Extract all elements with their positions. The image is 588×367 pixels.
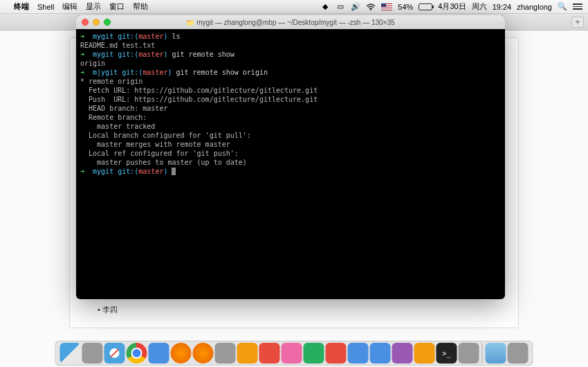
prompt-dir: m|ygit [93,69,122,76]
battery-pct: 54% [398,3,413,11]
prompt-arrow-icon: ➜ [80,51,93,58]
terminal-titlebar[interactable]: 📁 mygit — zhanglong@mbp — ~/Desktop/mygi… [76,15,505,29]
prompt-git-close: ) [167,69,176,76]
dock-finder-icon[interactable] [60,343,81,364]
terminal-line: origin [80,59,501,68]
dock-separator [482,343,483,363]
terminal-line: master merges with remote master [80,140,501,149]
wifi-icon[interactable] [366,2,376,12]
terminal-line: ➜ mygit git:(master) [80,167,501,176]
airplay-icon[interactable]: ▭ [336,2,345,12]
menu-window[interactable]: 窗口 [109,1,125,12]
status-icon-1[interactable]: ◆ [320,2,330,12]
dock-firefox-dev-icon[interactable] [193,343,214,364]
prompt-branch: master [138,168,163,175]
terminal-line: master tracked [80,122,501,131]
terminal-line: ➜ mygit git:(master) git remote show [80,50,501,59]
terminal-line: * remote origin [80,77,501,86]
prompt-branch: master [138,33,163,40]
dock-terminal-icon[interactable] [437,343,457,364]
dock-safari-icon[interactable] [104,343,125,364]
dock-preferences-icon[interactable] [459,343,479,364]
dock-app-store-icon[interactable] [149,343,169,364]
dock-vscode-icon[interactable] [370,343,391,364]
prompt-git: git:( [118,33,138,40]
prompt-git-close: ) [163,33,172,40]
terminal-line: Local branch configured for 'git pull': [80,131,501,140]
time: 19:24 [493,3,512,11]
menu-help[interactable]: 帮助 [133,1,148,12]
terminal-line: ➜ m|ygit git:(master) git remote show or… [80,68,501,77]
prompt-git: git:( [118,168,138,175]
prompt-git: git:( [122,69,143,76]
prompt-dir: mygit [93,51,118,58]
prompt-arrow-icon: ➜ [80,33,93,40]
prompt-command: ls [172,33,180,40]
date[interactable]: 4月30日 [438,1,466,12]
prompt-branch: master [138,51,163,58]
terminal-line: Remote branch: [80,113,501,122]
dock-qq-icon[interactable] [326,343,347,364]
prompt-git: git:( [118,51,138,58]
dock-launchpad-icon[interactable] [82,343,103,364]
dock-music-icon[interactable] [282,343,302,364]
folder-icon: 📁 [186,19,194,26]
terminal-title: 📁 mygit — zhanglong@mbp — ~/Desktop/mygi… [76,19,505,26]
menu-shell[interactable]: Shell [37,3,54,11]
terminal-line: README.md test.txt [80,41,501,50]
minimize-button[interactable] [93,19,100,26]
terminal-body[interactable]: ➜ mygit git:(master) lsREADME.md test.tx… [76,29,505,179]
prompt-arrow-icon: ➜ [80,69,93,76]
dock-trash-icon[interactable] [508,343,529,364]
prompt-arrow-icon: ➜ [80,168,93,175]
terminal-line: ➜ mygit git:(master) ls [80,32,501,41]
cursor [172,168,176,175]
dock-notes-icon[interactable] [237,343,258,364]
prompt-branch: master [143,69,167,76]
prompt-dir: mygit [93,33,118,40]
input-source-flag-icon[interactable] [381,3,392,10]
maximize-button[interactable] [104,19,111,26]
dock-chrome-icon[interactable] [127,343,147,364]
terminal-window[interactable]: 📁 mygit — zhanglong@mbp — ~/Desktop/mygi… [76,15,505,299]
terminal-line: Push URL: https://github.com/gitlecture/… [80,95,501,104]
list-item: • 李四 [98,305,118,315]
dock-skype-icon[interactable] [348,343,369,364]
menu-view[interactable]: 显示 [86,1,101,12]
terminal-line: master pushes to master (up to date) [80,158,501,167]
spotlight-icon[interactable]: 🔍 [558,2,567,12]
new-tab-button[interactable]: + [571,17,584,28]
terminal-line: HEAD branch: master [80,104,501,113]
prompt-git-close: ) [163,51,172,58]
dock-intellij-icon[interactable] [392,343,413,364]
prompt-command: git remote show origin [176,69,268,76]
close-button[interactable] [82,19,89,26]
prompt-git-close: ) [163,168,172,175]
menu-edit[interactable]: 编辑 [62,1,77,12]
day: 周六 [472,1,487,12]
bullet-icon: • [98,305,100,314]
dock-sublime-icon[interactable] [414,343,435,364]
svg-point-0 [370,9,371,10]
volume-icon[interactable]: 🔊 [351,2,360,12]
battery-icon[interactable] [419,3,432,10]
prompt-command: git remote show [172,51,234,58]
notification-center-icon[interactable] [573,3,582,10]
list-item-label: 李四 [102,305,118,314]
terminal-line: Local ref configured for 'git push': [80,149,501,158]
dock-folder-icon[interactable] [486,343,506,364]
dock-calendar-icon[interactable] [259,343,280,364]
terminal-title-text: mygit — zhanglong@mbp — ~/Desktop/mygit … [196,19,394,26]
dock-firefox-icon[interactable] [171,343,192,364]
active-app[interactable]: 终端 [14,1,29,12]
prompt-dir: mygit [93,168,118,175]
terminal-line: Fetch URL: https://github.com/gitlecture… [80,86,501,95]
dock [55,341,533,366]
dock-wechat-icon[interactable] [304,343,324,364]
menubar: 终端 Shell 编辑 显示 窗口 帮助 ◆ ▭ 🔊 54% 4月30日 周六 … [0,0,588,14]
dock-mail-icon[interactable] [215,343,236,364]
user[interactable]: zhanglong [517,3,552,11]
